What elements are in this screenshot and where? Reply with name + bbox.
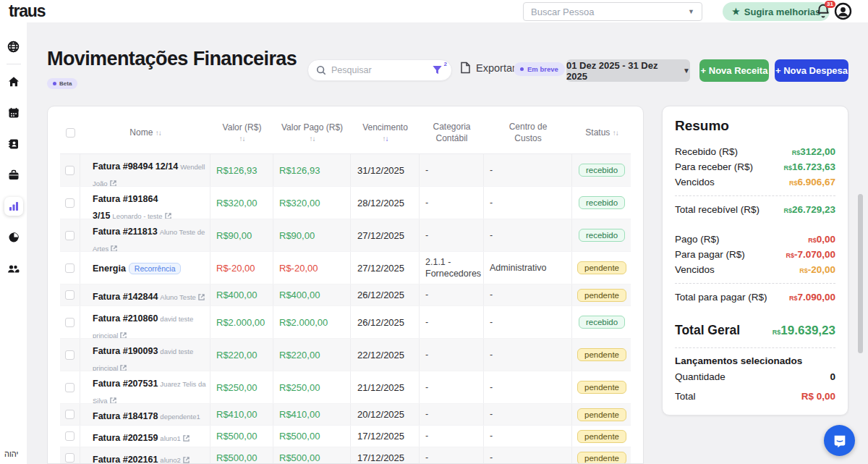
- filter-button[interactable]: 2: [432, 64, 443, 76]
- sort-icons[interactable]: ↑↓: [239, 134, 245, 143]
- summary-label: Total recebível (R$): [675, 204, 760, 215]
- chat-widget-button[interactable]: [824, 425, 855, 456]
- search-input[interactable]: [331, 65, 427, 75]
- row-valor-pago: R$-20,00: [279, 263, 318, 274]
- date-range-label: 01 Dez 2025 - 31 Dez 2025: [566, 60, 678, 82]
- table-row[interactable]: EnergiaRecorrência R$-20,00 R$-20,00 27/…: [60, 252, 631, 284]
- summary-spacer: [675, 217, 835, 232]
- sort-icons[interactable]: ↑↓: [156, 129, 161, 137]
- row-categoria: -: [420, 306, 484, 338]
- date-range-picker[interactable]: 01 Dez 2025 - 31 Dez 2025 ▼: [566, 59, 690, 82]
- summary-row: Para pagar (R$)R$-7.070,00: [675, 247, 835, 262]
- scrollbar-thumb[interactable]: [858, 194, 863, 353]
- row-vencimento: 31/12/2025: [351, 154, 420, 186]
- suggest-improvements-button[interactable]: ★ Sugira melhorias: [723, 2, 830, 21]
- external-link-icon[interactable]: [183, 457, 190, 463]
- sort-icons[interactable]: ↑↓: [613, 129, 618, 137]
- sidebar-item-financial-reports[interactable]: [4, 197, 23, 216]
- row-vencimento: 26/12/2025: [351, 306, 420, 338]
- status-badge: pendente: [577, 381, 626, 394]
- table-row[interactable]: Fatura #202161aluno2 R$500,00 R$500,00 1…: [60, 447, 631, 464]
- sidebar-item-globe[interactable]: [4, 37, 23, 56]
- em-breve-badge: Em breve: [514, 62, 565, 76]
- table-row[interactable]: Fatura #98494 12/14Wendell João R$126,93…: [60, 154, 631, 187]
- row-checkbox[interactable]: [65, 231, 75, 240]
- external-link-icon[interactable]: [120, 365, 127, 371]
- row-checkbox[interactable]: [65, 198, 75, 208]
- row-checkbox[interactable]: [65, 453, 75, 463]
- row-checkbox[interactable]: [65, 318, 75, 327]
- summary-row: Total para pagar (R$)R$7.090,00: [675, 290, 835, 305]
- briefcase-icon: [8, 169, 20, 181]
- column-header-vencimento[interactable]: Vencimento ↑↓: [351, 122, 420, 144]
- external-link-icon[interactable]: [110, 180, 116, 186]
- status-badge: pendente: [577, 261, 626, 274]
- currency-prefix: R$: [783, 164, 792, 172]
- export-button[interactable]: Exportar: [460, 62, 516, 74]
- column-header-nome[interactable]: Nome ↑↓: [80, 127, 210, 139]
- row-valor-pago: R$320,00: [279, 198, 320, 208]
- row-valor: R$2.000,00: [216, 317, 265, 328]
- user-avatar[interactable]: [834, 2, 852, 20]
- new-income-button[interactable]: + Nova Receita: [699, 59, 769, 82]
- sort-icons[interactable]: ↑↓: [310, 134, 315, 143]
- table-row[interactable]: Fatura #202159aluno1 R$500,00 R$500,00 1…: [60, 426, 631, 447]
- external-link-icon[interactable]: [165, 213, 171, 219]
- sidebar-item-calendar[interactable]: [4, 104, 23, 122]
- sidebar-item-home[interactable]: [4, 72, 23, 91]
- currency-prefix: R$: [808, 237, 817, 244]
- row-centro: -: [484, 447, 572, 464]
- table-row[interactable]: Fatura #190093david teste principal R$22…: [60, 339, 631, 371]
- sort-icons[interactable]: ↑↓: [383, 134, 388, 143]
- status-badge: recebido: [579, 229, 625, 242]
- row-checkbox[interactable]: [65, 350, 75, 360]
- summary-label: Para pagar (R$): [675, 249, 745, 260]
- name-cell: Fatura #184178dependente1: [80, 404, 210, 425]
- person-search-select[interactable]: Buscar Pessoa ▼: [523, 2, 702, 21]
- row-checkbox[interactable]: [65, 431, 75, 441]
- summary-spacer: [675, 305, 835, 319]
- globe-icon: [7, 41, 20, 53]
- row-centro: -: [484, 339, 572, 371]
- table-row[interactable]: Fatura #142844Aluno Teste R$400,00 R$400…: [60, 284, 631, 306]
- external-link-icon[interactable]: [111, 245, 117, 251]
- summary-value: R$-20,00: [799, 264, 835, 275]
- sidebar-item-briefcase[interactable]: [4, 166, 23, 185]
- new-expense-button[interactable]: + Nova Despesa: [775, 59, 848, 82]
- topbar: traus Buscar Pessoa ▼ ★ Sugira melhorias…: [0, 0, 868, 22]
- row-name: Fatura #202161: [93, 455, 158, 464]
- summary-body: Recebido (R$)R$3122,00Para receber (R$)R…: [675, 144, 835, 404]
- column-header-valor[interactable]: Valor (R$) ↑↓: [210, 122, 273, 144]
- summary-label: Quantidade: [675, 371, 726, 382]
- sidebar-item-people[interactable]: [4, 259, 23, 278]
- column-header-valor-pago[interactable]: Valor Pago (R$) ↑↓: [273, 122, 351, 144]
- row-checkbox[interactable]: [65, 410, 75, 419]
- notifications-button[interactable]: 31: [815, 3, 833, 20]
- external-link-icon[interactable]: [110, 397, 116, 403]
- table-row[interactable]: Fatura #207531Juarez Telis da Silva R$25…: [60, 371, 631, 404]
- row-checkbox[interactable]: [65, 166, 75, 175]
- table-row[interactable]: Fatura #210860david teste principal R$2.…: [60, 306, 631, 339]
- sidebar-divider: [7, 64, 21, 64]
- sidebar-item-pie-reports[interactable]: [4, 228, 23, 247]
- row-name: Fatura #142844: [93, 292, 158, 302]
- row-checkbox[interactable]: [65, 383, 75, 392]
- row-vencimento: 17/12/2025: [351, 426, 420, 447]
- bar-chart-icon: [8, 201, 20, 212]
- summary-value: R$ 0,00: [801, 391, 835, 402]
- column-header-status[interactable]: Status ↑↓: [572, 127, 631, 139]
- row-checkbox[interactable]: [65, 263, 75, 273]
- row-valor: R$250,00: [216, 382, 257, 393]
- external-link-icon[interactable]: [183, 435, 190, 442]
- select-all-checkbox[interactable]: [66, 128, 75, 138]
- table-row[interactable]: Fatura #211813Aluno Teste de Artes R$90,…: [60, 219, 631, 252]
- row-valor-pago: R$500,00: [279, 431, 320, 442]
- external-link-icon[interactable]: [120, 332, 127, 338]
- table-row[interactable]: Fatura #191864 3/15Leonardo - teste R$32…: [60, 187, 631, 219]
- row-checkbox[interactable]: [65, 290, 75, 300]
- sidebar-item-contacts[interactable]: [4, 135, 23, 153]
- currency-prefix: R$: [799, 267, 808, 274]
- table-row[interactable]: Fatura #184178dependente1 R$410,00 R$410…: [60, 404, 631, 426]
- external-link-icon[interactable]: [198, 294, 205, 300]
- name-cell: Fatura #207531Juarez Telis da Silva: [80, 371, 210, 403]
